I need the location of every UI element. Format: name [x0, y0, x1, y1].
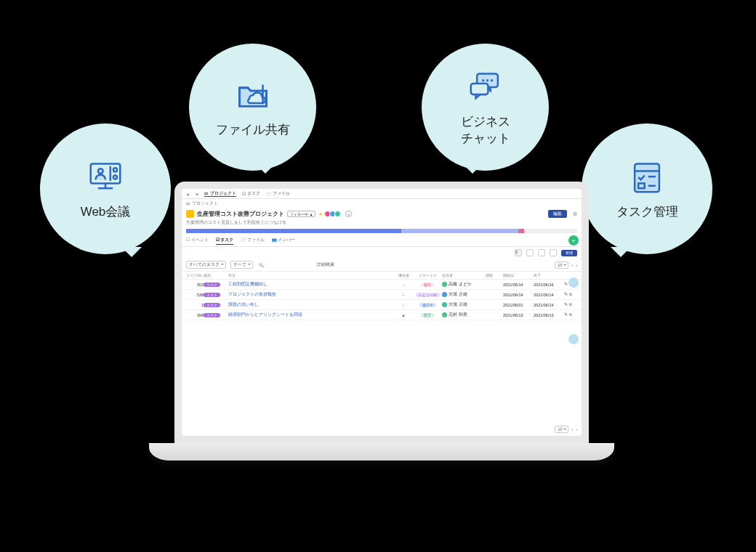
col-due[interactable]: 期限: [486, 273, 503, 277]
col-id[interactable]: タスクNo.: [186, 273, 204, 277]
cell-type: タスク: [204, 293, 228, 297]
project-header: 生産管理コスト改善プロジェクト フォロー中 ▲ ★ + 編集 ⚙: [182, 208, 582, 220]
table-row[interactable]: 1タスク課題の洗い出し-進行中大場 正雄2021/06/012021/06/14…: [182, 300, 582, 310]
svg-rect-0: [91, 163, 121, 183]
breadcrumb-text[interactable]: プロジェクト: [192, 201, 218, 206]
menu-icon[interactable]: ≡: [196, 192, 198, 196]
cell-priority: -: [394, 303, 413, 307]
status-filter-select[interactable]: すべて: [230, 261, 253, 269]
manage-button[interactable]: 管理: [561, 250, 577, 256]
fab-secondary[interactable]: [568, 277, 579, 288]
pager-prev-icon[interactable]: ‹: [571, 427, 573, 431]
copy-icon[interactable]: ⧉: [569, 292, 572, 297]
col-end[interactable]: 終了: [534, 273, 564, 277]
search-icon[interactable]: 🔍: [257, 261, 265, 269]
cell-priority: -: [394, 283, 413, 287]
tab-event[interactable]: ☐ イベント: [186, 236, 209, 245]
cell-status: 進行中: [413, 303, 442, 307]
breadcrumb: 🗂 プロジェクト: [182, 199, 582, 208]
fab-add[interactable]: ＋: [568, 235, 579, 245]
cell-actions: ✎⧉: [564, 292, 577, 297]
svg-point-5: [113, 168, 117, 171]
table-row[interactable]: 398タスク経理部門からヒアリングシートを回収▲完了元村 和美2021/06/1…: [182, 310, 582, 320]
edit-icon[interactable]: ✎: [564, 292, 568, 297]
task-list-icon: [627, 158, 667, 197]
copy-icon[interactable]: ⧉: [569, 302, 572, 307]
svg-point-4: [98, 169, 103, 174]
cell-name[interactable]: 工程別固定費棚卸し: [228, 282, 394, 287]
detail-search-link[interactable]: 詳細検索: [317, 262, 334, 267]
add-member-button[interactable]: +: [345, 211, 352, 217]
cell-assignee: 元村 和美: [442, 312, 486, 317]
col-assignee[interactable]: 担当者: [442, 273, 486, 277]
laptop-frame: ▲ ≡ 🗂プロジェクト ☑タスク 📄ファイル 🗂 プロジェクト 生産管理コスト改…: [174, 182, 589, 494]
tab-member[interactable]: 👥 メンバー: [272, 236, 296, 245]
table-row[interactable]: 302タスク工程別固定費棚卸し-着手高橋 まどか2021/06/142021/0…: [182, 280, 582, 290]
edit-icon[interactable]: ✎: [564, 302, 568, 307]
tab-task[interactable]: ☑ タスク: [216, 236, 234, 245]
fab-secondary[interactable]: [568, 334, 579, 344]
feature-bubble-business-chat: ビジネス チャット: [422, 44, 549, 171]
view-board-icon[interactable]: [526, 249, 534, 256]
tab-file[interactable]: 📄 ファイル: [241, 236, 265, 245]
col-type[interactable]: 種別: [204, 273, 228, 277]
edit-icon[interactable]: ✎: [564, 312, 568, 317]
task-table-body: 302タスク工程別固定費棚卸し-着手高橋 まどか2021/06/142021/0…: [182, 280, 582, 320]
pager-top: 10 ‹ ›: [555, 261, 577, 269]
cell-type: タスク: [204, 313, 228, 317]
cell-assignee: 高橋 まどか: [442, 282, 486, 287]
col-priority[interactable]: 優先度: [394, 273, 413, 277]
feature-label: Web会議: [81, 204, 131, 220]
settings-icon[interactable]: ⚙: [573, 211, 577, 217]
svg-point-6: [113, 175, 117, 179]
copy-icon[interactable]: ⧉: [569, 312, 572, 317]
filter-row: すべてのタスク すべて 🔍 詳細検索 10 ‹ ›: [182, 259, 582, 271]
star-icon[interactable]: ★: [318, 211, 323, 217]
app-window: ▲ ≡ 🗂プロジェクト ☑タスク 📄ファイル 🗂 プロジェクト 生産管理コスト改…: [182, 189, 582, 436]
app-logo-icon: ▲: [186, 192, 190, 196]
task-filter-select[interactable]: すべてのタスク: [186, 261, 226, 269]
avatar[interactable]: [334, 211, 341, 217]
feature-bubble-web-meeting: Web会議: [40, 123, 171, 254]
view-cal-icon[interactable]: [550, 249, 557, 256]
cell-name[interactable]: 経理部門からヒアリングシートを回収: [228, 312, 394, 317]
col-status[interactable]: ステータス: [413, 273, 442, 277]
cell-end: 2021/06/14: [534, 293, 564, 297]
nav-task[interactable]: ☑タスク: [242, 191, 260, 196]
nav-project[interactable]: 🗂プロジェクト: [204, 191, 236, 197]
svg-point-10: [486, 79, 488, 81]
view-gantt-icon[interactable]: [538, 249, 545, 256]
project-description: 生産管理のコスト見直しをして利益向上につなげる: [182, 220, 582, 227]
cell-id: 302: [186, 283, 204, 287]
feature-label: タスク管理: [616, 204, 678, 220]
pager-prev-icon[interactable]: ‹: [571, 263, 573, 267]
cell-name[interactable]: 課題の洗い出し: [228, 302, 394, 307]
cloud-folder-icon: [233, 76, 273, 115]
pager-next-icon[interactable]: ›: [576, 427, 577, 431]
cell-start: 2021/06/13: [503, 313, 534, 317]
cell-id: 1: [186, 303, 204, 307]
svg-rect-12: [470, 84, 488, 94]
col-name[interactable]: 件名: [228, 273, 394, 277]
svg-point-11: [490, 79, 492, 81]
nav-file[interactable]: 📄ファイル: [266, 191, 290, 196]
page-size-select[interactable]: 10: [555, 426, 568, 433]
member-avatars[interactable]: [326, 211, 341, 217]
progress-bar: [186, 229, 577, 233]
col-start[interactable]: 開始日: [503, 273, 534, 277]
cell-status: レビュー中: [413, 293, 442, 297]
laptop-screen: ▲ ≡ 🗂プロジェクト ☑タスク 📄ファイル 🗂 プロジェクト 生産管理コスト改…: [174, 182, 589, 443]
feature-label: ビジネス チャット: [461, 114, 510, 146]
pager-bottom: 10 ‹ ›: [555, 426, 577, 433]
view-list-icon[interactable]: ≡: [515, 249, 522, 256]
table-row[interactable]: 538タスクプロジェクトの進捗報告-レビュー中大場 正雄2021/06/1420…: [182, 290, 582, 300]
follow-button[interactable]: フォロー中 ▲: [287, 211, 315, 217]
pager-next-icon[interactable]: ›: [576, 263, 577, 267]
edit-icon[interactable]: ✎: [564, 282, 568, 287]
cell-priority: ▲: [394, 313, 413, 317]
cell-name[interactable]: プロジェクトの進捗報告: [228, 292, 394, 297]
edit-button[interactable]: 編集: [548, 210, 567, 218]
cell-actions: ✎⧉: [564, 302, 577, 307]
feature-label: ファイル共有: [216, 122, 290, 138]
page-size-select[interactable]: 10: [555, 261, 568, 269]
